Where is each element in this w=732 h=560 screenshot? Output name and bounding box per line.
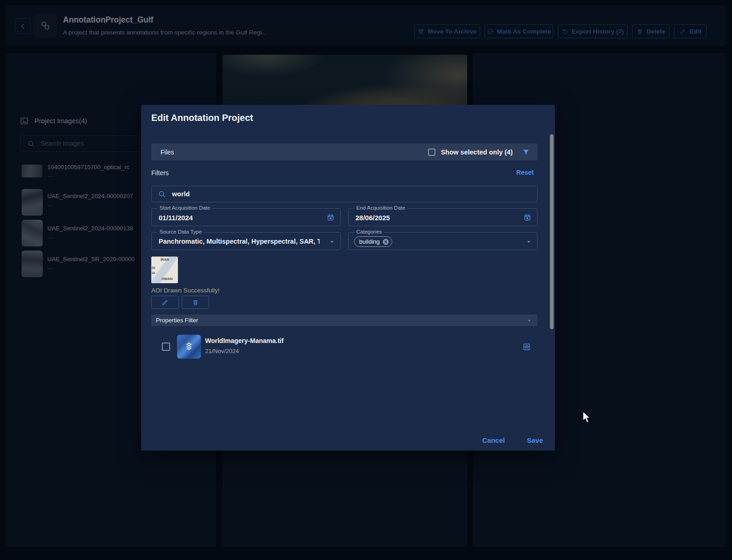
mark-as-complete-button[interactable]: Mark As Complete bbox=[485, 24, 553, 38]
mark-as-complete-label: Mark As Complete bbox=[497, 28, 551, 35]
categories-label: Categories bbox=[354, 229, 384, 234]
chevron-down-icon bbox=[329, 239, 335, 245]
properties-filter-label: Properties Filter bbox=[156, 317, 198, 324]
source-data-type-value: Panchromatic, Multispectral, Hyperspectr… bbox=[159, 238, 320, 245]
show-selected-checkbox[interactable] bbox=[428, 149, 435, 156]
move-to-archive-label: Move To Archive bbox=[428, 28, 477, 35]
annotation-project-icon bbox=[39, 20, 51, 32]
archive-icon bbox=[417, 28, 424, 35]
modal-search-field[interactable]: world bbox=[151, 186, 538, 202]
page-subtitle: A project that presents annotations from… bbox=[63, 29, 267, 36]
category-chip-label: building bbox=[359, 238, 380, 245]
check-circle-icon bbox=[487, 28, 494, 35]
calendar-icon[interactable] bbox=[523, 213, 532, 222]
page-title: AnnotationProject_Gulf bbox=[63, 15, 153, 25]
delete-button[interactable]: Delete bbox=[632, 24, 669, 38]
edit-button[interactable]: Edit bbox=[674, 24, 707, 38]
image-icon bbox=[19, 116, 29, 126]
export-history-button[interactable]: Export History (7) bbox=[558, 24, 628, 38]
image-thumbnail[interactable] bbox=[22, 189, 43, 216]
end-date-value: 28/06/2025 bbox=[355, 213, 390, 221]
aoi-status-text: AOI Drawn Successfully! bbox=[151, 287, 220, 294]
show-selected-label: Show selected only (4) bbox=[441, 149, 513, 156]
search-icon bbox=[158, 190, 166, 198]
properties-filter-bar[interactable]: Properties Filter bbox=[151, 314, 538, 326]
aoi-label-ia: IA bbox=[152, 271, 155, 275]
aoi-label-oman: OMAN bbox=[161, 277, 172, 281]
trash-icon bbox=[192, 299, 199, 306]
chip-remove-icon[interactable] bbox=[383, 239, 389, 245]
start-date-value: 01/11/2024 bbox=[159, 213, 193, 221]
file-thumbnail bbox=[177, 335, 201, 359]
file-name: WorldImagery-Manama.tif bbox=[205, 337, 284, 344]
project-logo bbox=[33, 14, 57, 38]
start-date-field[interactable]: Start Acquisition Date 01/11/2024 bbox=[151, 208, 341, 226]
pencil-icon bbox=[161, 299, 169, 306]
trash-icon bbox=[636, 28, 643, 35]
chevron-left-icon bbox=[19, 22, 27, 30]
file-row[interactable]: WorldImagery-Manama.tif 21/Nov/2024 bbox=[151, 332, 538, 361]
source-data-type-label: Source Data Type bbox=[157, 229, 204, 234]
modal-title: Edit Annotation Project bbox=[151, 113, 253, 123]
layers-icon bbox=[183, 341, 194, 352]
cancel-button[interactable]: Cancel bbox=[482, 436, 505, 444]
modal-search-value: world bbox=[172, 190, 190, 198]
pencil-icon bbox=[680, 28, 686, 35]
search-icon bbox=[27, 140, 35, 148]
end-date-label: End Acquisition Date bbox=[354, 205, 407, 211]
chevron-down-icon bbox=[526, 318, 532, 323]
modal-scrollbar[interactable] bbox=[550, 134, 554, 329]
source-data-type-select[interactable]: Source Data Type Panchromatic, Multispec… bbox=[151, 232, 341, 250]
aoi-label-di: DI bbox=[152, 266, 155, 270]
project-images-title: Project Images(4) bbox=[34, 117, 87, 125]
export-history-label: Export History (7) bbox=[572, 28, 623, 35]
reset-filters-button[interactable]: Reset bbox=[516, 169, 534, 176]
filters-label: Filters bbox=[151, 169, 169, 177]
history-icon bbox=[561, 28, 568, 35]
chevron-down-icon bbox=[526, 239, 532, 245]
image-thumbnail[interactable] bbox=[22, 220, 43, 246]
mouse-cursor bbox=[582, 411, 591, 424]
edit-aoi-button[interactable] bbox=[151, 296, 179, 309]
app-root: AnnotationProject_Gulf A project that pr… bbox=[0, 0, 732, 560]
edit-label: Edit bbox=[690, 28, 702, 35]
page-header: AnnotationProject_Gulf A project that pr… bbox=[6, 6, 726, 46]
modal-footer: Cancel Save bbox=[482, 436, 543, 444]
calendar-icon[interactable] bbox=[326, 213, 335, 222]
file-checkbox[interactable] bbox=[162, 343, 170, 351]
edit-annotation-project-modal: Edit Annotation Project Files Show selec… bbox=[141, 105, 555, 451]
save-button[interactable]: Save bbox=[527, 436, 543, 444]
search-images-placeholder: Search Images bbox=[40, 140, 84, 147]
files-bar: Files Show selected only (4) bbox=[151, 143, 538, 160]
image-meta: --- bbox=[47, 173, 53, 179]
aoi-label-iran: IRAN bbox=[160, 257, 169, 262]
move-to-archive-button[interactable]: Move To Archive bbox=[414, 24, 480, 38]
file-date: 21/Nov/2024 bbox=[205, 348, 239, 354]
image-meta: --- bbox=[47, 202, 53, 209]
categories-select[interactable]: Categories building bbox=[348, 232, 538, 250]
filter-files-icon[interactable] bbox=[522, 148, 530, 156]
preview-eye-icon[interactable] bbox=[523, 343, 531, 351]
aoi-map-thumbnail[interactable]: IRAN DI IA OMAN bbox=[151, 257, 178, 283]
delete-label: Delete bbox=[646, 28, 665, 35]
image-thumbnail[interactable] bbox=[22, 251, 43, 277]
category-chip[interactable]: building bbox=[354, 236, 392, 247]
delete-aoi-button[interactable] bbox=[182, 296, 209, 309]
image-meta: --- bbox=[47, 234, 53, 241]
files-label: Files bbox=[160, 149, 174, 156]
image-thumbnail[interactable] bbox=[22, 165, 42, 177]
image-meta: --- bbox=[47, 265, 53, 272]
end-date-field[interactable]: End Acquisition Date 28/06/2025 bbox=[348, 208, 538, 226]
back-button[interactable] bbox=[15, 18, 31, 34]
start-date-label: Start Acquisition Date bbox=[157, 205, 212, 211]
